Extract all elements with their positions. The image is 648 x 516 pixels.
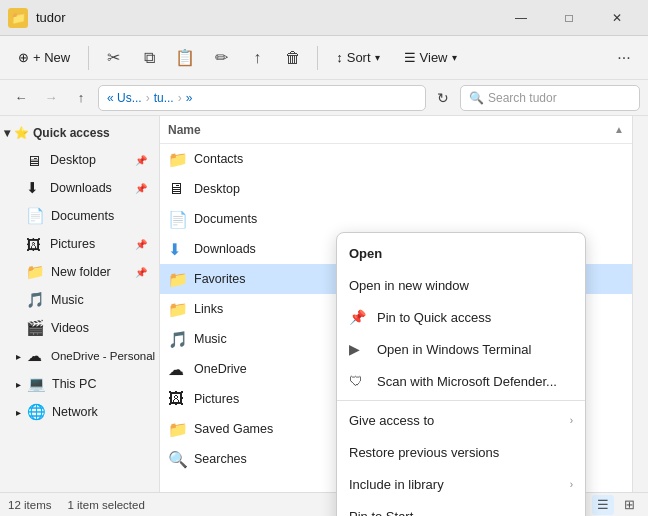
file-row-contacts[interactable]: 📁 Contacts — [160, 144, 632, 174]
delete-button[interactable]: 🗑 — [277, 42, 309, 74]
window-controls: — □ ✕ — [498, 2, 640, 34]
cm-include-library-label: Include in library — [349, 477, 562, 492]
sidebar-item-thispc[interactable]: ▸ 💻 This PC — [4, 370, 155, 398]
maximize-button[interactable]: □ — [546, 2, 592, 34]
search-icon: 🔍 — [469, 91, 484, 105]
sidebar-item-documents[interactable]: 📄 Documents — [4, 202, 155, 230]
cm-scan-defender[interactable]: 🛡 Scan with Microsoft Defender... — [337, 365, 585, 397]
network-expand-icon: ▸ — [16, 407, 21, 418]
cm-pin-quick-access[interactable]: 📌 Pin to Quick access — [337, 301, 585, 333]
back-button[interactable]: ← — [8, 85, 34, 111]
cm-separator-1 — [337, 400, 585, 401]
sidebar-label-desktop: Desktop — [50, 153, 96, 167]
cm-give-access-arrow: › — [570, 415, 573, 426]
view-grid-button[interactable]: ⊞ — [618, 495, 640, 515]
quick-access-arrow: ▾ — [4, 126, 10, 140]
sidebar-label-music: Music — [51, 293, 84, 307]
favorites-folder-icon: 📁 — [168, 270, 188, 289]
onedrive-file-icon: ☁ — [168, 360, 188, 379]
terminal-icon: ▶ — [349, 341, 369, 357]
view-chevron-icon: ▾ — [452, 52, 457, 63]
downloads-file-icon: ⬇ — [168, 240, 188, 259]
new-button[interactable]: ⊕ + New — [8, 46, 80, 69]
desktop-file-icon: 🖥 — [168, 180, 188, 198]
cm-restore-previous[interactable]: Restore previous versions — [337, 436, 585, 468]
sidebar-label-documents: Documents — [51, 209, 114, 223]
refresh-button[interactable]: ↻ — [430, 85, 456, 111]
view-button[interactable]: ☰ View ▾ — [394, 46, 467, 69]
search-box[interactable]: 🔍 Search tudor — [460, 85, 640, 111]
cm-open-label: Open — [349, 246, 573, 261]
right-panel — [632, 116, 648, 492]
sidebar-label-videos: Videos — [51, 321, 89, 335]
sort-icon: ↕ — [336, 50, 343, 65]
sidebar-item-music[interactable]: 🎵 Music — [4, 286, 155, 314]
breadcrumb-2[interactable]: tu... — [154, 91, 174, 105]
cm-include-library-arrow: › — [570, 479, 573, 490]
sidebar-item-network[interactable]: ▸ 🌐 Network — [4, 398, 155, 426]
paste-button[interactable]: 📋 — [169, 42, 201, 74]
breadcrumb-expand[interactable]: » — [186, 91, 193, 105]
pin-icon-new-folder: 📌 — [135, 267, 147, 278]
forward-button[interactable]: → — [38, 85, 64, 111]
pin-icon-pictures: 📌 — [135, 239, 147, 250]
sidebar-item-pictures[interactable]: 🖼 Pictures 📌 — [4, 230, 155, 258]
desktop-icon: 🖥 — [26, 152, 44, 169]
cm-pin-quick-access-label: Pin to Quick access — [377, 310, 573, 325]
cm-open[interactable]: Open — [337, 237, 585, 269]
view-controls: ☰ ⊞ — [592, 495, 640, 515]
sidebar-item-desktop[interactable]: 🖥 Desktop 📌 — [4, 146, 155, 174]
cm-give-access[interactable]: Give access to › — [337, 404, 585, 436]
quick-access-label: Quick access — [33, 126, 110, 140]
onedrive-icon: ☁ — [27, 347, 45, 365]
address-field[interactable]: « Us... › tu... › » — [98, 85, 426, 111]
sidebar: ▾ ⭐ Quick access 🖥 Desktop 📌 ⬇ Downloads… — [0, 116, 160, 492]
downloads-icon: ⬇ — [26, 179, 44, 197]
thispc-icon: 💻 — [27, 375, 46, 393]
cut-button[interactable]: ✂ — [97, 42, 129, 74]
cm-open-new-window[interactable]: Open in new window — [337, 269, 585, 301]
more-button[interactable]: ··· — [608, 42, 640, 74]
onedrive-expand-icon: ▸ — [16, 351, 21, 362]
sidebar-item-onedrive[interactable]: ▸ ☁ OneDrive - Personal — [4, 342, 155, 370]
sidebar-item-new-folder[interactable]: 📁 New folder 📌 — [4, 258, 155, 286]
cm-pin-start-label: Pin to Start — [349, 509, 573, 517]
pictures-file-icon: 🖼 — [168, 390, 188, 408]
rename-button[interactable]: ✏ — [205, 42, 237, 74]
sort-chevron-icon: ▾ — [375, 52, 380, 63]
sidebar-label-new-folder: New folder — [51, 265, 111, 279]
view-list-button[interactable]: ☰ — [592, 495, 614, 515]
file-row-desktop[interactable]: 🖥 Desktop — [160, 174, 632, 204]
music-file-icon: 🎵 — [168, 330, 188, 349]
desktop-file-name: Desktop — [194, 182, 624, 196]
defender-icon: 🛡 — [349, 373, 369, 389]
file-list-header: Name ▲ — [160, 116, 632, 144]
scroll-up-button[interactable]: ▲ — [614, 124, 624, 135]
close-button[interactable]: ✕ — [594, 2, 640, 34]
cm-pin-start[interactable]: Pin to Start — [337, 500, 585, 516]
pin-icon-downloads: 📌 — [135, 183, 147, 194]
network-icon: 🌐 — [27, 403, 46, 421]
cm-open-terminal[interactable]: ▶ Open in Windows Terminal — [337, 333, 585, 365]
quick-access-header[interactable]: ▾ ⭐ Quick access — [0, 120, 159, 146]
share-button[interactable]: ↑ — [241, 42, 273, 74]
music-icon: 🎵 — [26, 291, 45, 309]
copy-file-button[interactable]: ⧉ — [133, 42, 165, 74]
minimize-button[interactable]: — — [498, 2, 544, 34]
cm-restore-previous-label: Restore previous versions — [349, 445, 573, 460]
cm-include-library[interactable]: Include in library › — [337, 468, 585, 500]
searches-file-icon: 🔍 — [168, 450, 188, 469]
documents-file-icon: 📄 — [168, 210, 188, 229]
pin-icon-desktop: 📌 — [135, 155, 147, 166]
pin-quick-access-icon: 📌 — [349, 309, 369, 325]
file-row-documents[interactable]: 📄 Documents — [160, 204, 632, 234]
quick-access-icon: ⭐ — [14, 126, 29, 140]
sidebar-label-network: Network — [52, 405, 98, 419]
new-folder-icon: 📁 — [26, 263, 45, 281]
sidebar-item-downloads[interactable]: ⬇ Downloads 📌 — [4, 174, 155, 202]
sort-button[interactable]: ↕ Sort ▾ — [326, 46, 389, 69]
documents-file-name: Documents — [194, 212, 624, 226]
up-button[interactable]: ↑ — [68, 85, 94, 111]
breadcrumb-1[interactable]: « Us... — [107, 91, 142, 105]
sidebar-item-videos[interactable]: 🎬 Videos — [4, 314, 155, 342]
